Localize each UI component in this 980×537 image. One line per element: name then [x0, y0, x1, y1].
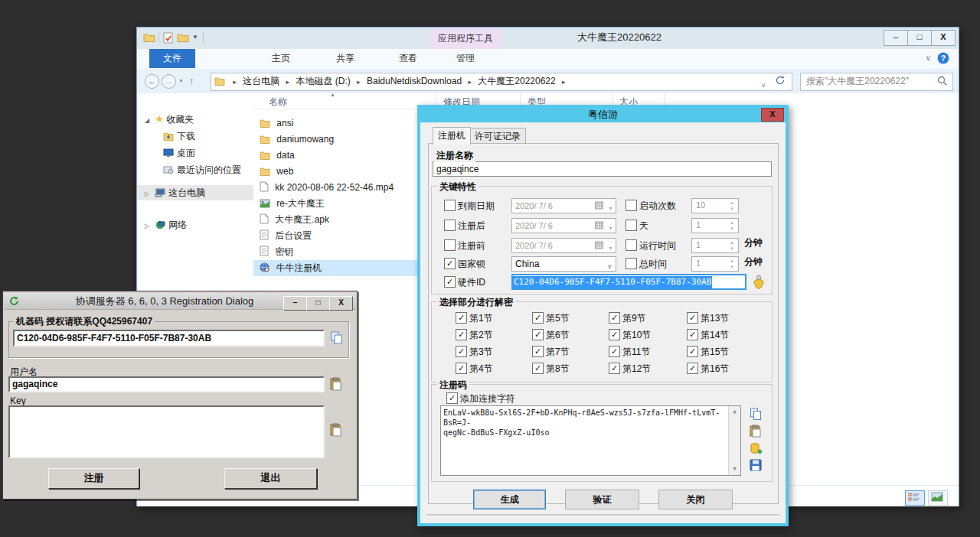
sidebar-item-downloads[interactable]: 下载	[137, 129, 195, 144]
days-checkbox[interactable]	[626, 220, 637, 231]
section-6-checkbox[interactable]	[532, 329, 544, 340]
explorer-titlebar[interactable]: ▼ 应用程序工具 大牛魔王20220622 – □ X	[137, 28, 959, 49]
spinner-arrows-icon[interactable]: ▲▼	[727, 239, 737, 252]
reg-name-input[interactable]: gagaqince	[433, 161, 772, 177]
breadcrumb[interactable]: 大牛魔王20220622	[475, 73, 557, 89]
address-dropdown-icon[interactable]: ∨	[761, 78, 766, 91]
days-spinner[interactable]: 1 ▲▼	[691, 218, 739, 233]
join-chars-checkbox[interactable]	[446, 392, 458, 404]
ribbon-collapse-icon[interactable]: ∨	[926, 54, 931, 62]
scrollbar[interactable]: ▲ ▼	[728, 406, 740, 475]
runtime-checkbox[interactable]	[626, 239, 637, 251]
sidebar-item-this-pc[interactable]: ▷ 这台电脑	[137, 185, 253, 200]
reg-code-textarea[interactable]: EnLaV-wkB8u-Sxl6S-2F+bD-KnPHq-r8AeS-wzs5…	[440, 405, 741, 476]
fingerprint-thumb-icon[interactable]	[752, 275, 766, 289]
close-button[interactable]: X	[329, 296, 353, 311]
paste-icon[interactable]	[750, 425, 762, 438]
save-icon[interactable]	[750, 459, 762, 471]
minimize-button[interactable]: –	[283, 296, 307, 311]
expander-icon[interactable]: ▷	[145, 187, 152, 202]
section-11-checkbox[interactable]	[609, 346, 620, 357]
after-reg-date-field[interactable]: 2020/ 7/ 6 ▼	[511, 218, 616, 233]
before-reg-checkbox[interactable]	[444, 239, 456, 251]
add-key-icon[interactable]	[750, 442, 763, 455]
sidebar-item-network[interactable]: ▷ 网络	[137, 217, 187, 233]
registration-titlebar[interactable]: 协调服务器 6, 6, 0, 3 Registration Dialog – □…	[4, 293, 356, 310]
section-16-checkbox[interactable]	[687, 363, 698, 374]
minimize-button[interactable]: –	[884, 30, 908, 46]
new-folder-icon[interactable]	[177, 32, 189, 44]
section-12-checkbox[interactable]	[609, 363, 620, 374]
back-icon[interactable]: ←	[145, 74, 159, 89]
breadcrumb[interactable]: 本地磁盘 (D:)	[293, 73, 352, 89]
expiry-date-field[interactable]: 2020/ 7/ 6 ▼	[511, 198, 616, 213]
register-button[interactable]: 注册	[48, 468, 139, 489]
launch-count-spinner[interactable]: 10 ▲▼	[691, 198, 739, 213]
close-dialog-button[interactable]: 关闭	[658, 490, 733, 509]
keygen-titlebar[interactable]: 粤信游	[420, 108, 786, 122]
properties-icon[interactable]	[163, 32, 175, 44]
history-dropdown-icon[interactable]: ▼	[178, 78, 184, 83]
section-3-checkbox[interactable]	[456, 346, 467, 357]
section-1-checkbox[interactable]	[456, 312, 467, 324]
country-select[interactable]: China ∨	[511, 256, 616, 272]
close-button[interactable]: X	[761, 108, 784, 122]
sidebar-item-recent[interactable]: 最近访问的位置	[137, 162, 241, 177]
section-2-checkbox[interactable]	[456, 329, 467, 340]
expiry-date-checkbox[interactable]	[444, 200, 456, 211]
paste-icon[interactable]	[330, 377, 342, 391]
view-details-button[interactable]	[905, 490, 925, 506]
up-icon[interactable]: ↑	[189, 75, 194, 86]
spinner-arrows-icon[interactable]: ▲▼	[727, 220, 737, 232]
qat-dropdown-icon[interactable]: ▼	[192, 34, 198, 41]
before-reg-date-field[interactable]: 2020/ 7/ 6 ▼	[511, 238, 616, 253]
forward-icon[interactable]: →	[162, 74, 176, 89]
section-8-checkbox[interactable]	[532, 363, 544, 374]
spinner-arrows-icon[interactable]: ▲▼	[727, 200, 737, 212]
country-lock-checkbox[interactable]	[444, 258, 456, 269]
tab-file[interactable]: 文件	[149, 49, 195, 68]
section-5-checkbox[interactable]	[532, 312, 544, 324]
breadcrumb[interactable]: 这台电脑	[240, 73, 282, 89]
copy-icon[interactable]	[330, 331, 343, 345]
verify-button[interactable]: 验证	[565, 490, 639, 509]
key-textarea[interactable]	[8, 405, 325, 458]
maximize-button[interactable]: □	[907, 30, 932, 46]
section-14-checkbox[interactable]	[687, 329, 698, 340]
runtime-spinner[interactable]: 1 ▲▼	[691, 238, 739, 253]
section-9-checkbox[interactable]	[609, 312, 620, 324]
section-10-checkbox[interactable]	[609, 329, 620, 340]
sidebar-item-desktop[interactable]: 桌面	[137, 145, 195, 161]
copy-icon[interactable]	[750, 408, 763, 421]
search-input[interactable]: 搜索"大牛魔王20220622"	[800, 73, 953, 91]
sidebar-item-favorites[interactable]: ◢ ★ 收藏夹	[137, 112, 194, 127]
tab-view[interactable]: 查看	[387, 49, 430, 68]
scroll-up-icon[interactable]: ▲	[730, 407, 740, 417]
maximize-button[interactable]: □	[306, 296, 330, 311]
generate-button[interactable]: 生成	[473, 490, 546, 509]
dropdown-icon[interactable]: ▼	[608, 202, 613, 216]
hardware-id-field[interactable]: C120-04D6-985F-F4F7-5110-F05F-7B87-30AB	[511, 274, 746, 290]
help-icon[interactable]: ?	[937, 52, 949, 64]
section-13-checkbox[interactable]	[687, 312, 698, 324]
address-bar[interactable]: ▸ 这台电脑 ▸ 本地磁盘 (D:) ▸ BaiduNetdiskDownloa…	[211, 73, 792, 91]
tab-keygen[interactable]: 注册机	[433, 127, 471, 145]
launch-count-checkbox[interactable]	[626, 200, 637, 211]
expander-icon[interactable]: ▷	[145, 219, 152, 234]
section-15-checkbox[interactable]	[687, 346, 698, 357]
exit-button[interactable]: 退出	[224, 468, 317, 489]
section-4-checkbox[interactable]	[456, 363, 467, 374]
tab-license-log[interactable]: 许可证记录	[469, 128, 526, 145]
spinner-arrows-icon[interactable]: ▲▼	[727, 258, 737, 270]
hardware-id-checkbox[interactable]	[444, 276, 456, 288]
dropdown-icon[interactable]: ∨	[607, 260, 612, 274]
paste-icon[interactable]	[330, 423, 342, 437]
dropdown-icon[interactable]: ▼	[608, 222, 613, 236]
view-thumbnails-button[interactable]	[928, 490, 948, 506]
column-header-name[interactable]: 名称	[269, 96, 287, 109]
total-time-checkbox[interactable]	[626, 258, 637, 269]
after-reg-checkbox[interactable]	[444, 220, 456, 231]
refresh-icon[interactable]	[775, 75, 786, 86]
machine-code-field[interactable]: C120-04D6-985F-F4F7-5110-F05F-7B87-30AB	[13, 330, 325, 347]
tab-share[interactable]: 共享	[324, 49, 367, 68]
